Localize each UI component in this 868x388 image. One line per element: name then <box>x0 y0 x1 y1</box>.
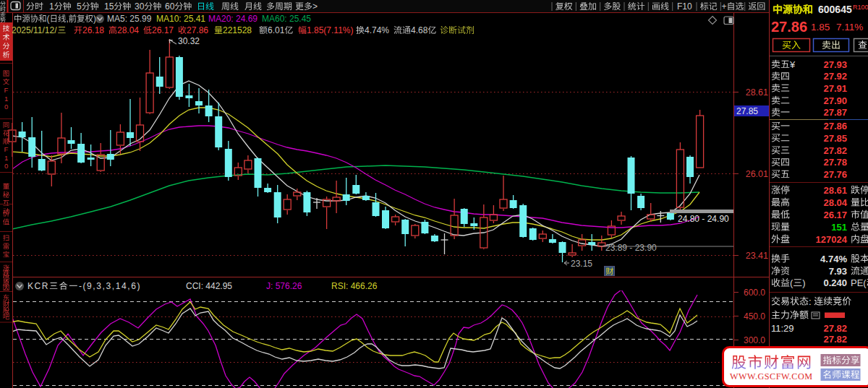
svg-text:KCR: KCR <box>27 281 49 291</box>
svg-text:600645: 600645 <box>818 4 852 15</box>
svg-text:): ) <box>802 277 805 288</box>
svg-text:26.01: 26.01 <box>746 169 768 179</box>
svg-text:600.0: 600.0 <box>744 288 765 298</box>
svg-text:4.68: 4.68 <box>411 25 428 35</box>
svg-text:MA10: 25.41: MA10: 25.41 <box>156 14 205 24</box>
svg-text:450.0: 450.0 <box>744 311 765 322</box>
svg-text:28.61: 28.61 <box>746 87 768 98</box>
svg-text:F10: F10 <box>677 1 692 12</box>
svg-text:1.85(7.11%): 1.85(7.11%) <box>307 25 353 35</box>
svg-text:27.78: 27.78 <box>824 157 848 168</box>
svg-text:60: 60 <box>165 1 175 12</box>
svg-text:1: 1 <box>4 95 8 103</box>
svg-text:1: 1 <box>49 1 54 12</box>
svg-text:28.04: 28.04 <box>824 197 848 208</box>
svg-text:30.32: 30.32 <box>178 36 200 46</box>
svg-text:300.0: 300.0 <box>744 335 765 345</box>
svg-text:F: F <box>4 86 9 94</box>
svg-text:RSI: 466.26: RSI: 466.26 <box>331 281 378 291</box>
svg-text:27.86: 27.86 <box>771 19 807 35</box>
svg-text:R100: R100 <box>853 4 868 11</box>
svg-text:MA20: 24.69: MA20: 24.69 <box>208 14 258 24</box>
svg-text:221528: 221528 <box>223 25 252 35</box>
svg-text:J: 576.26: J: 576.26 <box>266 281 302 291</box>
svg-text:MA60: 25.45: MA60: 25.45 <box>262 14 311 24</box>
svg-text:27.90: 27.90 <box>824 95 848 106</box>
svg-text:CCI: 442.95: CCI: 442.95 <box>186 281 232 291</box>
svg-text:28.61: 28.61 <box>824 185 848 196</box>
svg-text:11:29: 11:29 <box>771 323 794 334</box>
svg-text:0: 0 <box>4 162 8 170</box>
svg-text:MA5: 25.99: MA5: 25.99 <box>107 14 152 24</box>
svg-text:PE(: PE( <box>851 277 867 288</box>
svg-text:7.11%: 7.11% <box>836 22 863 33</box>
svg-text:27.92: 27.92 <box>824 71 848 82</box>
svg-text:>: > <box>312 1 318 12</box>
svg-text::: : <box>809 296 812 307</box>
svg-text:28.04: 28.04 <box>117 25 139 35</box>
svg-text:(: ( <box>47 14 50 24</box>
svg-text:27.76: 27.76 <box>824 169 848 180</box>
svg-text:23.15: 23.15 <box>571 259 592 269</box>
svg-text:26.17: 26.17 <box>824 210 848 220</box>
svg-text:0.240: 0.240 <box>824 277 848 288</box>
svg-text:-(9,3,3,14,6): -(9,3,3,14,6) <box>79 281 141 291</box>
svg-text:26.17: 26.17 <box>152 25 174 35</box>
svg-text:27.87: 27.87 <box>824 107 848 118</box>
svg-text:27.82: 27.82 <box>824 145 848 156</box>
svg-text:27.93: 27.93 <box>824 59 848 70</box>
svg-text:4.74%: 4.74% <box>820 254 847 264</box>
svg-text:127024: 127024 <box>816 234 848 245</box>
svg-text:1.85: 1.85 <box>811 22 830 33</box>
svg-text:7.93: 7.93 <box>829 266 847 277</box>
svg-text:27.86: 27.86 <box>187 25 208 35</box>
svg-text:27.82: 27.82 <box>824 334 848 345</box>
svg-text:(: ( <box>790 277 793 288</box>
svg-text:1: 1 <box>4 154 8 162</box>
svg-text:WWW.GSCFW.COM: WWW.GSCFW.COM <box>730 371 813 381</box>
svg-text:F: F <box>4 145 9 153</box>
svg-text:26.18: 26.18 <box>82 25 104 35</box>
svg-text:24.80 - 24.90: 24.80 - 24.90 <box>678 214 729 224</box>
svg-text:+: + <box>722 1 727 12</box>
svg-text:30: 30 <box>135 1 145 12</box>
svg-text:5: 5 <box>77 1 82 12</box>
svg-text:6.01: 6.01 <box>268 25 285 35</box>
svg-text:27.85: 27.85 <box>736 106 758 116</box>
svg-text:2025/11/12/: 2025/11/12/ <box>12 25 57 35</box>
svg-text:0: 0 <box>4 103 8 111</box>
svg-text:¥: ¥ <box>789 59 796 70</box>
svg-text:23.41: 23.41 <box>746 251 768 261</box>
svg-text:27.91: 27.91 <box>824 83 848 94</box>
svg-text:27.82: 27.82 <box>824 323 848 334</box>
svg-text:15: 15 <box>104 1 114 12</box>
svg-text:151: 151 <box>831 222 847 233</box>
svg-text:27.86: 27.86 <box>824 121 848 132</box>
svg-text:,: , <box>66 14 68 24</box>
svg-text:23.89 - 23.90: 23.89 - 23.90 <box>605 243 657 253</box>
svg-text:4.74%: 4.74% <box>365 25 389 35</box>
svg-text:27.85: 27.85 <box>824 133 848 144</box>
